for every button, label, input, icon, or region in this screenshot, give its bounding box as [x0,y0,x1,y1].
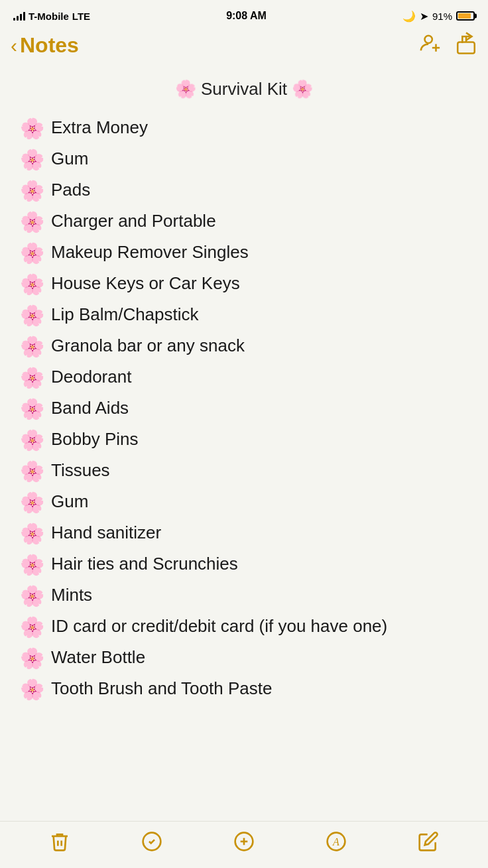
location-icon: ➤ [420,10,428,23]
nav-bar: ‹ Notes [0,29,488,66]
delete-button[interactable] [49,831,70,852]
list-item: 🌸 Mints [20,583,468,609]
note-title: 🌸 Survival Kit 🌸 [20,79,468,99]
flower-emoji: 🌸 [20,489,44,515]
list-item: 🌸 Band Aids [20,396,468,422]
signal-icon [13,11,25,21]
item-text: Hair ties and Scrunchies [51,552,238,576]
flower-emoji: 🌸 [20,583,44,609]
item-text: Makeup Remover Singles [51,240,249,264]
list-item: 🌸 Bobby Pins [20,427,468,453]
list-item: 🌸 Granola bar or any snack [20,334,468,359]
list-item: 🌸 Water Bottle [20,645,468,671]
list-item: 🌸 Makeup Remover Singles [20,240,468,266]
carrier-info: T-Mobile LTE [13,11,90,22]
status-bar: T-Mobile LTE 9:08 AM 🌙 ➤ 91% [0,0,488,29]
battery-icon [456,11,475,21]
item-text: Mints [51,583,92,607]
list-item: 🌸 ID card or credit/debit card (if you h… [20,614,468,640]
status-right: 🌙 ➤ 91% [402,10,475,23]
flower-emoji: 🌸 [20,115,44,141]
flower-emoji: 🌸 [20,147,44,172]
back-label: Notes [20,33,79,58]
flower-emoji: 🌸 [20,552,44,578]
flower-emoji: 🌸 [20,427,44,453]
list-item: 🌸 Gum [20,147,468,172]
svg-rect-3 [457,42,475,54]
list-item: 🌸 Hair ties and Scrunchies [20,552,468,578]
flower-emoji: 🌸 [20,676,44,702]
list-item: 🌸 Tooth Brush and Tooth Paste [20,676,468,702]
item-text: House Keys or Car Keys [51,271,240,295]
nav-actions [419,32,477,59]
item-text: Tissues [51,458,110,482]
time-display: 9:08 AM [226,10,267,22]
list-item: 🌸 Deodorant [20,365,468,391]
svg-text:A: A [332,836,339,847]
flower-emoji: 🌸 [20,302,44,328]
flower-emoji: 🌸 [20,240,44,266]
item-text: Band Aids [51,396,129,420]
list-item: 🌸 Gum [20,489,468,515]
network-type: LTE [72,11,90,22]
add-button[interactable] [233,831,255,852]
item-text: Charger and Portable [51,209,216,233]
flower-emoji: 🌸 [20,209,44,235]
list-item: 🌸 Hand sanitizer [20,521,468,546]
battery-percent: 91% [432,11,452,22]
item-text: Water Bottle [51,645,145,669]
item-text: Hand sanitizer [51,521,161,544]
flower-emoji: 🌸 [20,458,44,484]
item-text: Bobby Pins [51,427,139,451]
list-item: 🌸 Charger and Portable [20,209,468,235]
compose-button[interactable]: A [326,831,347,852]
flower-emoji: 🌸 [20,396,44,422]
item-text: Deodorant [51,365,131,389]
item-text: Pads [51,178,90,202]
back-button[interactable]: ‹ Notes [11,33,79,58]
list-item: 🌸 Extra Money [20,115,468,141]
svg-point-0 [425,36,432,43]
item-text: Gum [51,147,88,170]
flower-emoji: 🌸 [20,521,44,546]
list-item: 🌸 House Keys or Car Keys [20,271,468,297]
list-item: 🌸 Lip Balm/Chapstick [20,302,468,328]
list-item: 🌸 Pads [20,178,468,204]
item-text: Gum [51,489,88,513]
flower-emoji: 🌸 [20,645,44,671]
share-button[interactable] [455,32,477,59]
note-content: 🌸 Survival Kit 🌸 🌸 Extra Money 🌸 Gum 🌸 P… [0,66,488,821]
item-text: Granola bar or any snack [51,334,245,357]
carrier-name: T-Mobile [29,11,69,22]
list-item: 🌸 Tissues [20,458,468,484]
flower-emoji: 🌸 [20,178,44,204]
chevron-left-icon: ‹ [11,34,17,57]
flower-emoji: 🌸 [20,271,44,297]
item-text: ID card or credit/debit card (if you hav… [51,614,387,638]
moon-icon: 🌙 [402,10,416,23]
add-collaborator-button[interactable] [419,32,442,59]
item-text: Tooth Brush and Tooth Paste [51,676,272,700]
item-text: Extra Money [51,115,148,139]
flower-emoji: 🌸 [20,614,44,640]
bottom-toolbar: A [0,821,488,868]
new-note-button[interactable] [418,831,439,852]
flower-emoji: 🌸 [20,365,44,391]
item-text: Lip Balm/Chapstick [51,302,199,326]
done-button[interactable] [141,831,162,852]
flower-emoji: 🌸 [20,334,44,359]
